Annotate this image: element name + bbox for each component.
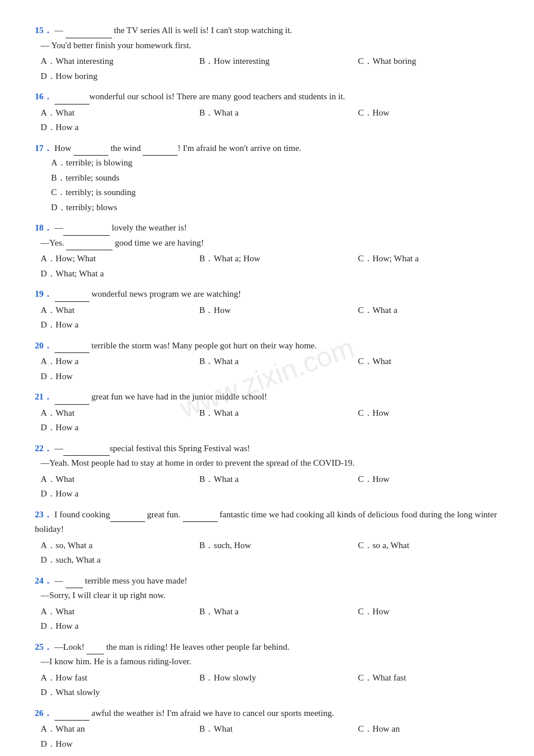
q16-text: wonderful our school is! There are many … [55,92,345,101]
question-16: 16． wonderful our school is! There are m… [35,89,499,135]
q26-optC: C．How an [358,722,499,737]
q23-optB: B．such, How [199,538,340,553]
q20-num: 20． [35,341,52,350]
q25-num: 25． [35,642,52,651]
q23-options: A．so, What a B．such, How C．so a, What D．… [35,538,499,568]
q22-optC: C．How [358,472,499,487]
q15-optD: D．How boring [41,69,499,84]
q25-text: —Look! the man is riding! He leaves othe… [55,642,290,651]
q25-optD: D．What slowly [41,685,499,700]
question-25: 25． —Look! the man is riding! He leaves … [35,640,499,700]
q17-num: 17． [35,143,52,153]
q20-optC: C．What [358,354,499,369]
q21-num: 21． [35,392,52,401]
q20-optB: B．What a [199,354,340,369]
q19-optA: A．What [41,303,182,318]
q21-text: great fun we have had in the junior midd… [55,392,268,401]
q22-optA: A．What [41,472,182,487]
q18-optC: C．How; What a [358,251,499,267]
q16-optC: C．How [358,106,499,121]
q16-options: A．What B．What a C．How D．How a [35,106,499,135]
q19-optC: C．What a [358,303,499,318]
q18-subline: —Yes. good time we are having! [35,236,499,251]
q17-optC: C．terribly; is sounding [51,185,499,200]
q24-optA: A．What [41,604,182,620]
question-20: 20． terrible the storm was! Many people … [35,339,499,384]
question-26: 26． awful the weather is! I'm afraid we … [35,706,499,752]
q19-optB: B．How [199,303,340,318]
q23-num: 23． [35,510,52,519]
q24-optC: C．How [358,604,499,620]
q18-options: A．How; What B．What a; How C．How; What a … [35,251,499,281]
q26-num: 26． [35,708,52,718]
q16-optD: D．How a [41,120,499,135]
q20-text: terrible the storm was! Many people got … [55,341,317,350]
q24-optD: D．How a [41,619,499,634]
question-18: 18． — lovely the weather is! —Yes. good … [35,221,499,281]
q25-optC: C．What fast [358,671,499,686]
q24-options: A．What B．What a C．How D．How a [35,604,499,634]
q23-optA: A．so, What a [41,538,182,553]
q15-options: A．What interesting B．How interesting C．W… [35,54,499,84]
q19-num: 19． [35,289,52,298]
q22-subline: —Yeah. Most people had to stay at home i… [35,456,499,471]
q15-optB: B．How interesting [199,54,340,69]
q23-optC: C．so a, What [358,538,499,553]
q20-optD: D．How [41,369,499,384]
q17-optA: A．terrible; is blowing [51,156,499,171]
q24-text: — terrible mess you have made! [55,576,187,585]
q21-optC: C．How [358,406,499,421]
q26-options: A．What an B．What C．How an D．How [35,722,499,751]
q25-optB: B．How slowly [199,671,340,686]
q25-options: A．How fast B．How slowly C．What fast D．Wh… [35,671,499,700]
q20-options: A．How a B．What a C．What D．How [35,354,499,384]
q21-options: A．What B．What a C．How D．How a [35,406,499,435]
q21-optD: D．How a [41,420,499,435]
q16-optA: A．What [41,106,182,121]
q15-num: 15． [35,26,52,35]
q18-text: — lovely the weather is! [55,223,187,232]
q21-optB: B．What a [199,406,340,421]
q23-text: I found cooking great fun. fantastic tim… [35,510,497,534]
question-23: 23． I found cooking great fun. fantastic… [35,507,499,568]
q24-num: 24． [35,576,52,585]
q22-options: A．What B．What a C．How D．How a [35,472,499,502]
question-21: 21． great fun we have had in the junior … [35,390,499,435]
q19-options: A．What B．How C．What a D．How a [35,303,499,333]
question-17: 17． How the wind ! I'm afraid he won't a… [35,141,499,215]
q26-optD: D．How [41,737,499,752]
q22-optD: D．How a [41,487,499,502]
q17-optB: B．terrible; sounds [51,171,499,186]
q26-optB: B．What [199,722,340,737]
q19-optD: D．How a [41,318,499,333]
q25-subline: —I know him. He is a famous riding-lover… [35,654,499,669]
q18-optB: B．What a; How [199,251,340,267]
question-19: 19． wonderful news program we are watchi… [35,287,499,333]
q23-optD: D．such, What a [41,553,499,568]
q18-num: 18． [35,223,52,232]
q16-num: 16． [35,92,52,101]
q15-optA: A．What interesting [41,54,182,69]
q21-optA: A．What [41,406,182,421]
q16-optB: B．What a [199,106,340,121]
question-15: 15． — the TV series All is well is! I ca… [35,23,499,84]
q20-optA: A．How a [41,354,182,369]
q26-optA: A．What an [41,722,182,737]
question-22: 22． —special festival this Spring Festiv… [35,441,499,502]
q15-optC: C．What boring [358,54,499,69]
question-24: 24． — terrible mess you have made! —Sorr… [35,574,499,634]
q24-subline: —Sorry, I will clear it up right now. [35,588,499,603]
q17-opts: A．terrible; is blowing B．terrible; sound… [35,156,499,215]
q22-text: —special festival this Spring Festival w… [55,444,250,453]
q15-subline: — You'd better finish your homework firs… [35,38,499,53]
q15-text: — the TV series All is well is! I can't … [55,26,293,35]
q18-optA: A．How; What [41,251,182,267]
q19-text: wonderful news program we are watching! [55,289,241,298]
q22-num: 22． [35,444,52,453]
q17-optD: D．terribly; blows [51,200,499,215]
q26-text: awful the weather is! I'm afraid we have… [55,708,334,718]
q17-text: How the wind ! I'm afraid he won't arriv… [55,143,301,153]
q18-optD: D．What; What a [41,267,499,282]
q24-optB: B．What a [199,604,340,620]
q25-optA: A．How fast [41,671,182,686]
